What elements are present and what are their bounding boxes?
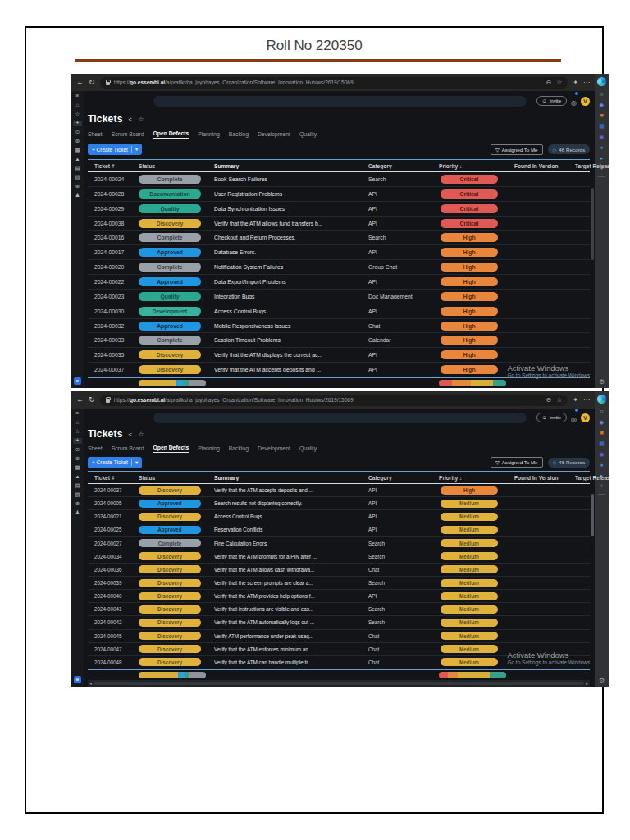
priority-badge[interactable]: High	[441, 486, 498, 495]
shopping-bag-icon[interactable]: ■	[600, 112, 603, 118]
status-badge[interactable]: Discovery	[139, 486, 201, 495]
table-row[interactable]: 2024-00034 Discovery Verify that the ATM…	[88, 550, 590, 564]
priority-badge[interactable]: High	[441, 365, 498, 374]
table-row[interactable]: 2024-00041 Discovery Verify that instruc…	[88, 603, 590, 616]
priority-badge[interactable]: Medium	[441, 565, 498, 573]
user-icon[interactable]: ♟	[73, 510, 82, 516]
priority-badge[interactable]: Medium	[441, 539, 498, 547]
priority-badge[interactable]: High	[441, 322, 498, 331]
cloud-icon[interactable]: ▧	[73, 175, 82, 180]
status-badge[interactable]: Quality	[139, 204, 201, 213]
col-target-release[interactable]: Target Release	[575, 475, 609, 481]
priority-badge[interactable]: High	[441, 262, 498, 272]
send-icon[interactable]: ▸	[600, 155, 604, 161]
table-row[interactable]: 2024-00042 Discovery Verify that the ATM…	[88, 616, 590, 629]
notification-bell-icon[interactable]: ◎	[571, 94, 577, 108]
table-row[interactable]: 2024-00038 Discovery Verify that the ATM…	[88, 217, 590, 231]
col-status[interactable]: Status	[139, 475, 214, 481]
tab-backlog[interactable]: Backlog	[229, 445, 249, 453]
tab-scrum-board[interactable]: Scrum Board	[112, 445, 144, 453]
office-icon[interactable]: ▦	[599, 123, 605, 129]
tab-development[interactable]: Development	[258, 445, 290, 453]
favorite-star-icon[interactable]: ☆	[556, 80, 562, 86]
tab-sheet[interactable]: Sheet	[88, 445, 103, 453]
media-icon[interactable]: ◉	[599, 134, 604, 139]
back-icon[interactable]: ←	[76, 396, 84, 404]
status-badge[interactable]: Approved	[139, 526, 201, 534]
ticket-summary[interactable]: Notification System Failures	[214, 264, 368, 270]
table-row[interactable]: 2024-00047 Discovery Verify that the ATM…	[88, 643, 590, 656]
notes-icon[interactable]: ▤	[73, 483, 82, 489]
hierarchy-icon[interactable]: ▲	[73, 474, 82, 480]
ticket-summary[interactable]: Verify that instructions are visible and…	[214, 606, 368, 612]
status-badge[interactable]: Discovery	[139, 350, 201, 359]
star-icon[interactable]: ☆	[138, 116, 144, 123]
ticket-summary[interactable]: Data Synchronization Issues	[214, 206, 368, 212]
ticket-summary[interactable]: User Registration Problems	[214, 191, 368, 197]
priority-badge[interactable]: High	[441, 350, 498, 359]
assigned-to-me-filter[interactable]: ▽Assigned To Me	[491, 457, 543, 468]
ticket-summary[interactable]: Verify that the ATM allows fund transfer…	[214, 221, 368, 226]
status-badge[interactable]: Approved	[139, 277, 201, 286]
tab-quality[interactable]: Quality	[299, 445, 317, 453]
globe-icon[interactable]: ⊕	[73, 184, 82, 189]
records-count-chip[interactable]: ◇46 Records	[548, 458, 590, 468]
priority-badge[interactable]: Critical	[441, 189, 498, 199]
ticket-summary[interactable]: Data Export/Import Problems	[214, 279, 368, 285]
table-row[interactable]: 2024-00020 Complete Notification System …	[88, 260, 590, 275]
priority-badge[interactable]: Medium	[441, 645, 498, 653]
status-badge[interactable]: Complete	[139, 262, 201, 272]
priority-badge[interactable]: Medium	[441, 513, 498, 521]
grid-icon[interactable]: ▦	[73, 148, 82, 153]
priority-badge[interactable]: Medium	[441, 619, 498, 627]
table-row[interactable]: 2024-00025 Approved Reservation Conflict…	[88, 523, 590, 536]
priority-badge[interactable]: Medium	[441, 592, 498, 600]
col-summary[interactable]: Summary	[214, 163, 368, 169]
col-status[interactable]: Status	[139, 163, 214, 169]
settings-circle-icon[interactable]: ⊛	[73, 456, 82, 462]
table-row[interactable]: 2024-00029 Quality Data Synchronization …	[88, 202, 590, 217]
priority-badge[interactable]: Medium	[441, 605, 498, 614]
copilot-logo-icon[interactable]	[597, 395, 606, 404]
table-row[interactable]: 2024-00037 Discovery Verify that the ATM…	[88, 363, 590, 377]
priority-badge[interactable]: High	[441, 248, 498, 257]
notification-bell-icon[interactable]: ◎	[571, 410, 577, 425]
ticket-summary[interactable]: Verify that the ATM enforces minimum an.…	[214, 646, 368, 652]
ticket-summary[interactable]: Verify that the ATM allows cash withdraw…	[214, 567, 368, 573]
tab-open-defects[interactable]: Open Defects	[153, 445, 189, 453]
vertical-scrollbar[interactable]	[591, 494, 594, 536]
status-badge[interactable]: Quality	[139, 292, 201, 301]
horizontal-scrollbar[interactable]: ◂ ▸	[88, 680, 590, 687]
scroll-left-icon[interactable]: ◂	[89, 681, 92, 686]
ticket-summary[interactable]: Integration Bugs	[214, 294, 368, 299]
col-category[interactable]: Category	[368, 163, 439, 169]
add-icon[interactable]: +	[73, 121, 82, 126]
global-search-input[interactable]	[153, 96, 527, 107]
priority-badge[interactable]: High	[441, 292, 498, 301]
priority-badge[interactable]: Medium	[441, 500, 498, 508]
col-summary[interactable]: Summary	[214, 475, 368, 481]
ticket-summary[interactable]: Reservation Conflicts	[214, 527, 368, 532]
priority-badge[interactable]: Critical	[441, 219, 498, 228]
priority-badge[interactable]: High	[441, 233, 498, 242]
ticket-summary[interactable]: Verify that the ATM prompts for a PIN af…	[214, 554, 368, 559]
status-badge[interactable]: Complete	[139, 175, 201, 184]
media-icon[interactable]: ◉	[599, 451, 604, 457]
priority-badge[interactable]: High	[441, 336, 498, 345]
ticket-summary[interactable]: Search results not displaying correctly.	[214, 500, 368, 506]
ticket-summary[interactable]: Verify that the screen prompts are clear…	[214, 580, 368, 586]
vertical-scrollbar[interactable]	[591, 188, 594, 260]
tab-quality[interactable]: Quality	[299, 131, 317, 139]
settings-circle-icon[interactable]: ⊛	[73, 139, 82, 144]
col-target-release[interactable]: Target Release	[575, 163, 609, 169]
add-tool-icon[interactable]: +	[600, 483, 603, 489]
tab-scrum-board[interactable]: Scrum Board	[112, 131, 144, 139]
scrollbar-thumb[interactable]	[94, 682, 584, 685]
cloud-icon[interactable]: ▧	[73, 492, 82, 498]
add-icon[interactable]: +	[73, 438, 82, 444]
ticket-summary[interactable]: Verify that the ATM accepts deposits and…	[214, 487, 368, 493]
ticket-summary[interactable]: Verify that the ATM automatically logs o…	[214, 619, 368, 625]
table-row[interactable]: 2024-00017 Approved Database Errors. API…	[88, 245, 590, 260]
status-badge[interactable]: Discovery	[139, 605, 201, 614]
ticket-summary[interactable]: Mobile Responsiveness Issues	[214, 323, 368, 329]
